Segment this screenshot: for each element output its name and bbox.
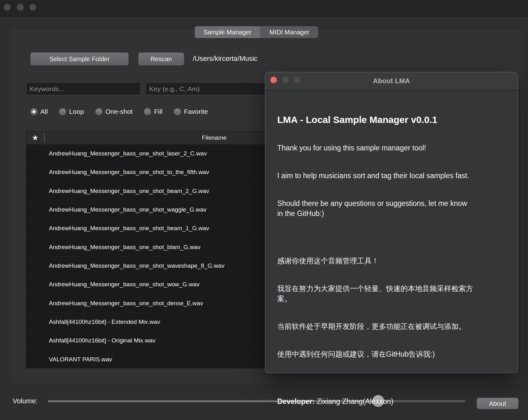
folder-path-text: /Users/kircerta/Music	[193, 55, 257, 63]
about-paragraph-zh: 当前软件处于早期开发阶段，更多功能正在被调试与添加。	[277, 321, 506, 331]
favorite-cell[interactable]	[26, 313, 44, 331]
key-input[interactable]	[146, 83, 278, 95]
radio-one-shot-label: One-shot	[105, 108, 132, 115]
about-paragraph-en: Should there be any questions or suggest…	[277, 198, 506, 219]
favorite-cell[interactable]	[26, 257, 44, 275]
dialog-titlebar: About LMA	[265, 72, 518, 90]
radio-fill-label: Fill	[154, 108, 162, 115]
dialog-body: LMA - Local Sample Manager v0.0.1 Thank …	[265, 90, 518, 420]
app-window: Sample Manager MIDI Manager Select Sampl…	[0, 0, 528, 420]
developer-name: Zixiang Zhang(Alexxon)	[315, 397, 393, 405]
favorite-cell[interactable]	[26, 331, 44, 350]
filename-cell: AndrewHuang_Messenger_bass_one_shot_beam…	[44, 188, 209, 195]
radio-fill[interactable]: Fill	[144, 108, 162, 115]
filename-cell: AndrewHuang_Messenger_bass_one_shot_beam…	[44, 225, 209, 232]
select-sample-folder-button[interactable]: Select Sample Folder	[30, 52, 129, 66]
volume-label: Volume:	[13, 397, 38, 405]
about-dialog: About LMA LMA - Local Sample Manager v0.…	[265, 72, 518, 373]
rescan-button[interactable]: Rescan	[138, 52, 184, 66]
developer-row: Developer: Zixiang Zhang(Alexxon)	[277, 396, 506, 406]
radio-favorite-label: Favorite	[184, 108, 208, 115]
spacer	[277, 377, 506, 386]
radio-favorite-circle-icon	[174, 108, 181, 115]
favorite-star-icon[interactable]: ★	[26, 133, 44, 143]
minimize-window-icon[interactable]	[17, 4, 24, 11]
window-titlebar	[0, 0, 528, 17]
radio-fill-circle-icon	[144, 108, 151, 115]
radio-loop-label: Loop	[69, 108, 84, 115]
about-paragraph-zh: 使用中遇到任何问题或建议，请在GitHub告诉我:)	[277, 349, 506, 359]
zoom-window-icon[interactable]	[29, 4, 36, 11]
radio-one-shot[interactable]: One-shot	[95, 108, 132, 115]
radio-favorite[interactable]: Favorite	[174, 108, 208, 115]
favorite-cell[interactable]	[26, 144, 44, 163]
radio-one-shot-circle-icon	[95, 108, 103, 115]
about-paragraph-zh: 我旨在努力为大家提供一个轻量、快速的本地音频采样检索方 案。	[277, 283, 506, 304]
filename-cell: AndrewHuang_Messenger_bass_one_shot_wow_…	[44, 281, 199, 288]
filename-cell: AndrewHuang_Messenger_bass_one_shot_wagg…	[44, 206, 207, 213]
radio-all-circle-icon	[30, 108, 38, 115]
tab-midi-manager[interactable]: MIDI Manager	[260, 26, 318, 38]
favorite-cell[interactable]	[26, 201, 44, 219]
radio-loop[interactable]: Loop	[59, 108, 84, 115]
type-filter-group: All Loop One-shot Fill Favorite	[30, 108, 219, 116]
tab-sample-manager[interactable]: Sample Manager	[195, 26, 260, 38]
radio-loop-circle-icon	[59, 108, 66, 115]
favorite-cell[interactable]	[26, 350, 44, 369]
filename-cell: Ashfall[44100hz16bit] - Original Mix.wav	[44, 337, 155, 344]
favorite-cell[interactable]	[26, 219, 44, 237]
filename-cell: AndrewHuang_Messenger_bass_one_shot_blam…	[44, 244, 201, 251]
filename-cell: AndrewHuang_Messenger_bass_one_shot_to_t…	[44, 169, 209, 176]
filename-cell: AndrewHuang_Messenger_bass_one_shot_lase…	[44, 150, 207, 157]
radio-all-label: All	[40, 108, 48, 115]
favorite-cell[interactable]	[26, 182, 44, 200]
about-paragraph-zh: 感谢你使用这个音频管理工具！	[277, 256, 506, 266]
filename-cell: AndrewHuang_Messenger_bass_one_shot_wave…	[44, 262, 225, 269]
about-paragraph-en: Thank you for using this sample manager …	[277, 143, 506, 153]
favorite-cell[interactable]	[26, 163, 44, 181]
filename-cell: Ashfall[44100hz16bit] - Extended Mix.wav	[44, 318, 160, 325]
favorite-cell[interactable]	[26, 238, 44, 256]
close-window-icon[interactable]	[4, 4, 11, 11]
filename-cell: VALORANT PARIS.wav	[44, 356, 112, 363]
developer-label: Developer:	[277, 397, 315, 405]
manager-tabs: Sample Manager MIDI Manager	[195, 26, 318, 38]
about-heading: LMA - Local Sample Manager v0.0.1	[277, 114, 506, 125]
favorite-cell[interactable]	[26, 275, 44, 294]
favorite-cell[interactable]	[26, 294, 44, 312]
filename-cell: AndrewHuang_Messenger_bass_one_shot_dens…	[44, 300, 203, 307]
keywords-input[interactable]	[26, 83, 141, 95]
dialog-title: About LMA	[265, 77, 518, 85]
radio-all[interactable]: All	[30, 108, 48, 115]
about-paragraph-en: I aim to help musicians sort and tag the…	[277, 171, 506, 181]
spacer	[277, 236, 506, 246]
